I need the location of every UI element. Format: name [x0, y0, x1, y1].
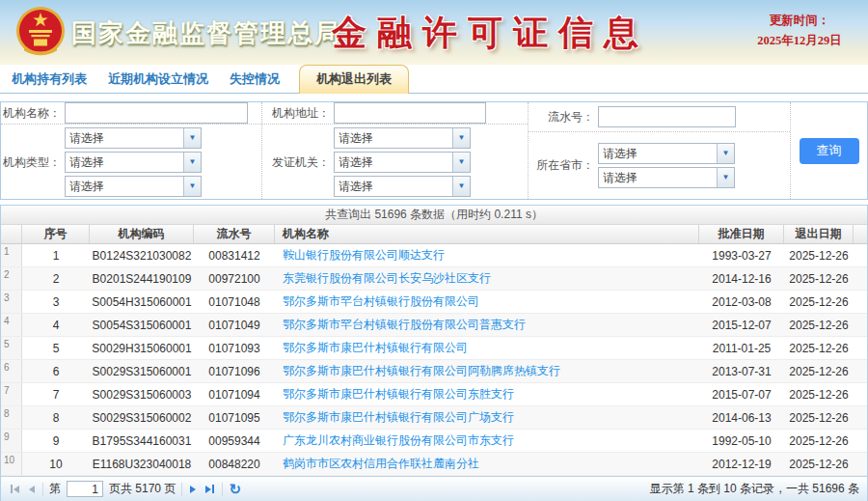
org-name-link[interactable]: 鹤岗市市区农村信用合作联社麓南分社	[283, 456, 479, 472]
org-type-label: 机构类型：	[1, 154, 61, 171]
org-name-link[interactable]: 鄂尔多斯市康巴什村镇银行有限公司	[283, 340, 468, 356]
update-time-date: 2025年12月29日	[743, 31, 856, 51]
cell-approve-date: 2015-07-07	[699, 383, 784, 405]
cell-approve-date: 2012-03-08	[699, 291, 784, 313]
org-name-link[interactable]: 鄂尔多斯市康巴什村镇银行有限公司广场支行	[283, 409, 514, 426]
page-number-input[interactable]	[67, 481, 103, 497]
table-row: 8 8 S0029S315060002 01071095 鄂尔多斯市康巴什村镇银…	[1, 406, 867, 430]
cell-exit-date: 2025-12-26	[784, 406, 854, 429]
col-approve-date[interactable]: 批准日期	[699, 225, 784, 243]
province-select[interactable]: 请选择 ▼	[598, 143, 735, 164]
cell-seq: 1	[22, 244, 90, 266]
issuer-select-3[interactable]: 请选择 ▼	[334, 176, 471, 197]
row-number: 8	[1, 406, 22, 429]
cell-approve-date: 1992-05-10	[699, 430, 784, 452]
scrollbar-gutter	[854, 244, 867, 266]
cell-serial: 00848220	[194, 453, 275, 475]
serial-input[interactable]	[598, 106, 736, 127]
divider	[42, 483, 43, 496]
org-name-link[interactable]: 广东龙川农村商业银行股份有限公司市东支行	[283, 432, 514, 449]
city-select[interactable]: 请选择 ▼	[598, 167, 735, 188]
org-name-link[interactable]: 鄂尔多斯市罕台村镇银行股份有限公司	[283, 293, 479, 310]
cell-approve-date: 2011-01-25	[699, 337, 784, 359]
chevron-down-icon: ▼	[717, 144, 734, 163]
refresh-icon[interactable]: ↻	[229, 482, 241, 496]
table-row: 1 1 B0124S321030082 00831412 鞍山银行股份有限公司顺…	[1, 244, 867, 267]
row-number: 6	[1, 360, 22, 382]
org-name-link[interactable]: 东莞银行股份有限公司长安乌沙社区支行	[283, 270, 491, 287]
row-number: 7	[1, 383, 22, 405]
col-org-code[interactable]: 机构编码	[90, 225, 194, 243]
cell-serial: 01071096	[194, 360, 275, 382]
page-label-suffix: 页共 5170 页	[109, 481, 176, 497]
cell-org-name: 鄂尔多斯市罕台村镇银行股份有限公司	[275, 291, 699, 313]
cell-serial: 00959344	[194, 430, 275, 452]
org-name-label: 机构名称：	[1, 105, 61, 122]
cell-exit-date: 2025-12-26	[784, 383, 854, 405]
tab-recent-establishment[interactable]: 近期机构设立情况	[106, 66, 210, 93]
issuer-select-2[interactable]: 请选择 ▼	[334, 152, 471, 173]
tab-institution-exit-list[interactable]: 机构退出列表	[299, 65, 409, 94]
scrollbar-gutter	[854, 430, 867, 452]
page-label-prefix: 第	[49, 481, 61, 497]
divider	[222, 483, 223, 496]
form-col-serial-region: 流水号： 所在省市： 请选择 ▼ 请选择 ▼	[529, 102, 791, 199]
chevron-down-icon: ▼	[452, 177, 470, 196]
scrollbar-gutter	[854, 406, 867, 429]
org-name-link[interactable]: 鞍山银行股份有限公司顺达支行	[283, 247, 445, 264]
first-page-button[interactable]	[9, 483, 21, 495]
cell-serial: 01071093	[194, 337, 275, 359]
divider	[181, 483, 182, 496]
tab-institution-holdings[interactable]: 机构持有列表	[10, 66, 89, 93]
org-type-select-3[interactable]: 请选择 ▼	[65, 176, 202, 197]
org-type-select-2[interactable]: 请选择 ▼	[65, 152, 202, 173]
page-title: 金融许可证信息	[332, 10, 649, 57]
col-seq[interactable]: 序号	[22, 225, 90, 243]
cell-org-code: S0029S315060001	[90, 360, 194, 382]
site-header: 国家金融监督管理总局 金融许可证信息 更新时间： 2025年12月29日	[0, 0, 868, 65]
col-serial[interactable]: 流水号	[194, 225, 275, 243]
last-page-button[interactable]	[203, 483, 216, 495]
scrollbar-gutter	[854, 314, 867, 336]
cell-exit-date: 2025-12-26	[784, 314, 854, 336]
next-page-button[interactable]	[188, 484, 198, 495]
scrollbar-gutter	[854, 291, 867, 313]
org-name-link[interactable]: 鄂尔多斯市康巴什村镇银行有限公司东胜支行	[283, 386, 514, 403]
tab-loss-of-control[interactable]: 失控情况	[228, 66, 282, 93]
cell-seq: 9	[22, 430, 90, 452]
org-address-label: 机构地址：	[262, 105, 330, 122]
national-emblem-logo	[15, 5, 66, 59]
row-number: 2	[1, 267, 22, 290]
form-col-actions: 查询	[791, 102, 867, 199]
col-org-name[interactable]: 机构名称	[275, 225, 699, 243]
cell-org-code: B0124S321030082	[90, 244, 194, 266]
search-button[interactable]: 查询	[800, 138, 859, 164]
cell-approve-date: 2015-12-07	[699, 314, 784, 336]
org-address-input[interactable]	[334, 102, 486, 124]
col-exit-date[interactable]: 退出日期	[784, 225, 854, 243]
chevron-down-icon: ▼	[717, 168, 734, 187]
search-form: 机构名称： 机构类型： 请选择 ▼ 请选择 ▼ 请选择 ▼	[0, 101, 868, 200]
scrollbar-gutter	[854, 225, 867, 243]
cell-seq: 5	[22, 337, 90, 359]
scrollbar-gutter	[854, 360, 867, 382]
prev-page-button[interactable]	[27, 484, 37, 495]
issuer-select-1[interactable]: 请选择 ▼	[334, 127, 471, 149]
cell-serial: 01071095	[194, 406, 275, 429]
cell-org-code: S0029S315060002	[90, 406, 194, 429]
issuer-label: 发证机关：	[262, 154, 330, 171]
org-name-link[interactable]: 鄂尔多斯市罕台村镇银行股份有限公司普惠支行	[283, 317, 526, 333]
cell-org-code: S0054S315060001	[90, 314, 194, 336]
cell-org-name: 鞍山银行股份有限公司顺达支行	[275, 244, 699, 266]
chevron-down-icon: ▼	[452, 153, 470, 172]
table-row: 4 4 S0054S315060001 01071049 鄂尔多斯市罕台村镇银行…	[1, 314, 867, 337]
org-type-select-1[interactable]: 请选择 ▼	[65, 127, 202, 149]
cell-exit-date: 2025-12-26	[784, 453, 854, 475]
cell-seq: 8	[22, 406, 90, 429]
cell-seq: 2	[22, 267, 90, 290]
row-number: 5	[1, 337, 22, 359]
cell-approve-date: 2014-06-13	[699, 406, 784, 429]
org-name-link[interactable]: 鄂尔多斯市康巴什村镇银行有限公司阿勒腾席热镇支行	[283, 363, 560, 379]
scrollbar-gutter	[854, 337, 867, 359]
org-name-input[interactable]	[65, 102, 248, 124]
